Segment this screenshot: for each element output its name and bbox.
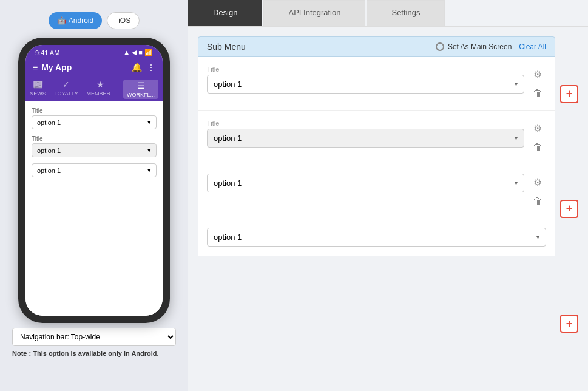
chevron-down-icon-3: ▾: [147, 166, 151, 174]
loyalty-icon: ✓: [63, 80, 70, 89]
tab-settings-label: Settings: [391, 8, 420, 17]
phone-field-2-label: Title: [32, 135, 157, 142]
tab-api-integration[interactable]: API Integration: [263, 0, 365, 26]
right-panel: Design API Integration Settings Sub Menu…: [188, 0, 588, 391]
ios-label: iOS: [118, 16, 130, 25]
card-item-2: Title option 1 ▾ ⚙ 🗑: [198, 111, 555, 165]
nav-select[interactable]: Navigation bar: Top-wide: [12, 328, 176, 346]
tabs-bar: Design API Integration Settings: [188, 0, 588, 27]
tab-settings[interactable]: Settings: [367, 0, 445, 26]
card-3-gear-button[interactable]: ⚙: [529, 174, 546, 191]
phone-dropdown-1[interactable]: option 1 ▾: [32, 115, 157, 129]
phone-mockup: 9:41 AM ▲ ◀ ■ 📶 ≡ My App 🔔 ⋮ 📰 NEWS: [18, 38, 170, 323]
android-icon: 🤖: [57, 16, 66, 25]
card-2-fields: Title option 1 ▾: [207, 120, 524, 152]
panel-area: Sub Menu Set As Main Screen Clear All: [198, 36, 555, 381]
loyalty-label: LOYALTY: [55, 90, 78, 97]
card-2-title-label: Title: [207, 120, 524, 127]
card-item-2-inner: Title option 1 ▾ ⚙ 🗑: [207, 120, 546, 156]
card-3-value: option 1: [214, 178, 242, 188]
sub-menu-title: Sub Menu: [207, 42, 246, 52]
member-icon: ★: [96, 80, 104, 89]
card-1-title-row: Title option 1 ▾: [207, 66, 524, 93]
card-1-dropdown[interactable]: option 1 ▾: [207, 75, 524, 93]
phone-header-left: ≡ My App: [33, 63, 72, 72]
card-1-actions: ⚙ 🗑: [529, 66, 546, 102]
radio-icon[interactable]: [436, 42, 444, 51]
card-3-dropdown-row: option 1 ▾: [207, 174, 524, 192]
phone-app-name: My App: [41, 63, 72, 72]
card-4-chevron-icon: ▾: [536, 234, 539, 240]
set-main-screen-label: Set As Main Screen: [448, 42, 512, 51]
phone-nav-member: ★ MEMBER...: [86, 80, 115, 99]
card-3-dropdown[interactable]: option 1 ▾: [207, 174, 524, 192]
dots-icon: ⋮: [147, 63, 155, 72]
phone-nav: 📰 NEWS ✓ LOYALTY ★ MEMBER... ☰ WORKFL...: [25, 76, 163, 101]
card-1-title-label: Title: [207, 66, 524, 73]
member-label: MEMBER...: [86, 90, 115, 97]
tab-api-label: API Integration: [288, 8, 340, 17]
add-item-1-button[interactable]: +: [560, 85, 578, 103]
bell-icon: 🔔: [132, 63, 142, 72]
phone-nav-workfl: ☰ WORKFL...: [123, 80, 158, 99]
phone-time: 9:41 AM: [35, 49, 59, 56]
card-2-actions: ⚙ 🗑: [529, 120, 546, 156]
phone-nav-loyalty: ✓ LOYALTY: [55, 80, 78, 99]
card-2-value: option 1: [214, 134, 242, 143]
plus-column: + + +: [560, 36, 578, 381]
phone-status-icons: ▲ ◀ ■ 📶: [123, 49, 153, 56]
platform-buttons: 🤖 Android iOS: [49, 12, 140, 29]
card-3-chevron-icon: ▾: [515, 180, 518, 186]
workfl-label: WORKFL...: [127, 92, 155, 98]
left-panel: 🤖 Android iOS 9:41 AM ▲ ◀ ■ 📶 ≡ My App 🔔…: [0, 0, 188, 391]
card-1-gear-button[interactable]: ⚙: [529, 66, 546, 83]
sub-menu-header: Sub Menu Set As Main Screen Clear All: [198, 36, 555, 57]
hamburger-icon: ≡: [33, 63, 38, 72]
news-label: NEWS: [30, 90, 46, 97]
phone-nav-news: 📰 NEWS: [30, 80, 46, 99]
phone-dropdown-1-value: option 1: [37, 119, 61, 126]
news-icon: 📰: [33, 80, 43, 89]
main-content: Sub Menu Set As Main Screen Clear All: [188, 27, 588, 391]
phone-dropdown-2[interactable]: option 1 ▾: [32, 143, 157, 157]
add-item-3-button[interactable]: +: [560, 314, 578, 333]
phone-header-icons: 🔔 ⋮: [132, 63, 155, 72]
android-label: Android: [69, 16, 93, 25]
chevron-down-icon-1: ▾: [147, 118, 151, 126]
android-button[interactable]: 🤖 Android: [49, 12, 102, 29]
phone-dropdown-2-value: option 1: [37, 147, 61, 154]
plus-btn-wrapper-1: +: [560, 58, 578, 131]
card-item-1: Title option 1 ▾ ⚙ 🗑: [198, 57, 555, 111]
phone-dropdown-3[interactable]: option 1 ▾: [32, 163, 157, 177]
phone-screen: 9:41 AM ▲ ◀ ■ 📶 ≡ My App 🔔 ⋮ 📰 NEWS: [25, 45, 163, 316]
card-3-fields: option 1 ▾: [207, 174, 524, 197]
plus-btn-wrapper-2: +: [560, 172, 578, 245]
card-item-4-inner: option 1 ▾: [207, 228, 546, 251]
card-1-chevron-icon: ▾: [515, 81, 518, 87]
left-bottom: Navigation bar: Top-wide Note : This opt…: [6, 323, 182, 357]
clear-all-button[interactable]: Clear All: [519, 42, 546, 51]
card-4-dropdown[interactable]: option 1 ▾: [207, 228, 546, 246]
phone-header: ≡ My App 🔔 ⋮: [25, 59, 163, 76]
card-3-trash-button[interactable]: 🗑: [529, 193, 546, 210]
phone-field-1-label: Title: [32, 107, 157, 114]
card-2-chevron-icon: ▾: [515, 135, 518, 141]
card-item-1-inner: Title option 1 ▾ ⚙ 🗑: [207, 66, 546, 102]
plus-btn-wrapper-3: +: [560, 287, 578, 360]
card-2-trash-button[interactable]: 🗑: [529, 139, 546, 156]
card-4-value: option 1: [214, 233, 242, 242]
card-4-fields: option 1 ▾: [207, 228, 546, 251]
note-prefix: Note :: [12, 350, 31, 357]
add-item-2-button[interactable]: +: [560, 200, 578, 218]
card-2-dropdown[interactable]: option 1 ▾: [207, 129, 524, 148]
tab-design[interactable]: Design: [188, 0, 262, 26]
phone-field-1: Title option 1 ▾: [32, 107, 157, 129]
phone-content: Title option 1 ▾ Title option 1 ▾ optio: [25, 101, 163, 316]
sub-menu-right: Set As Main Screen Clear All: [436, 42, 546, 51]
phone-field-3: option 1 ▾: [32, 163, 157, 177]
card-3-actions: ⚙ 🗑: [529, 174, 546, 210]
card-2-gear-button[interactable]: ⚙: [529, 120, 546, 137]
card-1-trash-button[interactable]: 🗑: [529, 85, 546, 102]
chevron-down-icon-2: ▾: [147, 146, 151, 154]
ios-button[interactable]: iOS: [107, 12, 140, 29]
